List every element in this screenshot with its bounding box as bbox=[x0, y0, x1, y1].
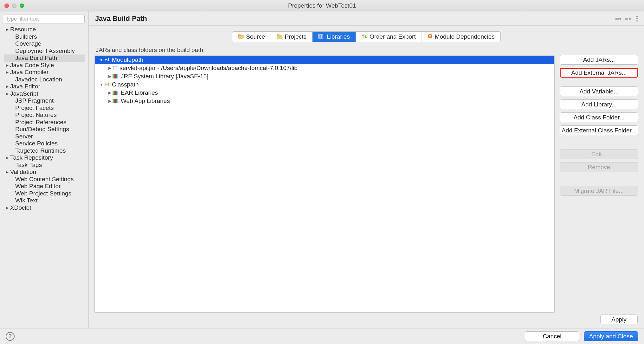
tab-libraries[interactable]: Libraries bbox=[312, 32, 356, 42]
svg-rect-19 bbox=[116, 99, 117, 103]
zoom-window-button[interactable] bbox=[20, 3, 24, 8]
apply-row: Apply bbox=[94, 313, 638, 324]
chevron-right-icon: ▶ bbox=[6, 70, 10, 74]
chevron-right-icon: ▶ bbox=[6, 63, 10, 67]
minimize-window-button[interactable] bbox=[12, 3, 16, 8]
tab-label: Libraries bbox=[327, 33, 350, 40]
sidebar-item-web-page-editor[interactable]: ▶Web Page Editor bbox=[4, 183, 85, 190]
sidebar-item-deployment-assembly[interactable]: ▶Deployment Assembly bbox=[4, 48, 85, 55]
tabbar: SourceProjectsLibrariesOrder and ExportM… bbox=[232, 31, 501, 42]
sidebar-item-xdoclet[interactable]: ▶XDoclet bbox=[4, 204, 85, 212]
add-external-jars-button[interactable]: Add External JARs... bbox=[560, 68, 638, 78]
filter-input[interactable] bbox=[4, 15, 85, 23]
tab-module[interactable]: MModule Dependencies bbox=[422, 32, 500, 42]
add-external-class-folder-button[interactable]: Add External Class Folder... bbox=[560, 125, 638, 135]
sidebar-item-label: Task Tags bbox=[15, 162, 42, 169]
button-column: Add JARs... Add External JARs... Add Var… bbox=[560, 46, 638, 313]
sidebar-item-label: JavaScript bbox=[10, 90, 38, 97]
workarea: JARs and class folders on the build path… bbox=[94, 46, 638, 313]
remove-button: Remove bbox=[560, 162, 638, 172]
sidebar-item-javascript[interactable]: ▶JavaScript bbox=[4, 90, 85, 98]
svg-rect-14 bbox=[113, 91, 114, 95]
sidebar-item-validation[interactable]: ▶Validation bbox=[4, 169, 85, 176]
svg-rect-18 bbox=[114, 99, 116, 103]
sidebar-item-web-content-settings[interactable]: ▶Web Content Settings bbox=[4, 176, 85, 183]
page-title: Java Build Path bbox=[95, 15, 615, 23]
add-variable-button[interactable]: Add Variable... bbox=[560, 86, 638, 96]
chevron-down-icon[interactable]: ▼ bbox=[99, 58, 104, 62]
edit-button: Edit... bbox=[560, 149, 638, 159]
sidebar-item-wikitext[interactable]: ▶WikiText bbox=[4, 197, 85, 204]
dialog-footer: ? Cancel Apply and Close bbox=[0, 328, 644, 344]
sidebar-item-project-natures[interactable]: ▶Project Natures bbox=[4, 111, 85, 119]
tab-label: Source bbox=[246, 33, 265, 40]
add-jars-button[interactable]: Add JARs... bbox=[560, 55, 638, 65]
view-menu-icon[interactable] bbox=[636, 16, 638, 22]
library-row[interactable]: ▶010servlet-api.jar - /Users/apple/Downl… bbox=[95, 64, 554, 72]
library-row[interactable]: ▼Classpath bbox=[95, 80, 554, 89]
sidebar-item-targeted-runtimes[interactable]: ▶Targeted Runtimes bbox=[4, 147, 85, 155]
chevron-right-icon: ▶ bbox=[6, 170, 10, 174]
sidebar-item-task-tags[interactable]: ▶Task Tags bbox=[4, 162, 85, 169]
sidebar-item-javadoc-location[interactable]: ▶Javadoc Location bbox=[4, 76, 85, 83]
chevron-right-icon: ▶ bbox=[6, 92, 10, 96]
tab-order[interactable]: Order and Export bbox=[356, 32, 422, 42]
sidebar-item-label: Deployment Assembly bbox=[15, 48, 75, 54]
sidebar-item-java-code-style[interactable]: ▶Java Code Style bbox=[4, 62, 85, 69]
sidebar-item-label: Task Repository bbox=[10, 154, 53, 161]
source-icon bbox=[238, 33, 244, 40]
svg-rect-16 bbox=[116, 91, 117, 95]
sidebar-item-jsp-fragment[interactable]: ▶JSP Fragment bbox=[4, 97, 85, 105]
apply-button[interactable]: Apply bbox=[600, 315, 638, 324]
tab-source[interactable]: Source bbox=[232, 32, 271, 42]
sidebar-item-resource[interactable]: ▶Resource bbox=[4, 26, 85, 33]
projects-icon bbox=[277, 33, 282, 40]
library-row[interactable]: ▼Modulepath bbox=[95, 56, 554, 64]
sidebar: ▶Resource▶Builders▶Coverage▶Deployment A… bbox=[0, 11, 89, 328]
sidebar-item-java-compiler[interactable]: ▶Java Compiler bbox=[4, 69, 85, 76]
sidebar-item-project-facets[interactable]: ▶Project Facets bbox=[4, 105, 85, 112]
back-button[interactable]: ⇦▾ bbox=[615, 16, 621, 22]
sidebar-item-label: Project Natures bbox=[15, 111, 57, 118]
sidebar-item-project-references[interactable]: ▶Project References bbox=[4, 119, 85, 126]
svg-rect-4 bbox=[319, 35, 320, 38]
lib-icon bbox=[113, 74, 119, 79]
sidebar-item-task-repository[interactable]: ▶Task Repository bbox=[4, 154, 85, 162]
tab-projects[interactable]: Projects bbox=[271, 32, 312, 42]
chevron-right-icon: ▶ bbox=[6, 84, 10, 89]
sidebar-item-label: Javadoc Location bbox=[15, 76, 62, 83]
library-row[interactable]: ▶EAR Libraries bbox=[95, 89, 554, 97]
chevron-right-icon[interactable]: ▶ bbox=[107, 66, 112, 70]
sidebar-item-coverage[interactable]: ▶Coverage bbox=[4, 40, 85, 48]
sidebar-item-label: Targeted Runtimes bbox=[15, 147, 66, 154]
forward-button[interactable]: ⇨▾ bbox=[625, 16, 631, 22]
svg-rect-11 bbox=[113, 74, 114, 78]
sidebar-item-java-build-path[interactable]: ▶Java Build Path bbox=[4, 54, 85, 62]
sidebar-item-run-debug-settings[interactable]: ▶Run/Debug Settings bbox=[4, 126, 85, 133]
chevron-right-icon[interactable]: ▶ bbox=[107, 99, 112, 103]
chevron-down-icon[interactable]: ▼ bbox=[99, 82, 104, 87]
chevron-right-icon: ▶ bbox=[6, 27, 10, 32]
sidebar-item-label: Service Policies bbox=[15, 140, 58, 147]
sidebar-item-label: XDoclet bbox=[10, 204, 31, 211]
cancel-button[interactable]: Cancel bbox=[525, 331, 579, 341]
library-row[interactable]: ▶Web App Libraries bbox=[95, 97, 554, 105]
library-tree[interactable]: ▼Modulepath▶010servlet-api.jar - /Users/… bbox=[94, 55, 555, 313]
close-window-button[interactable] bbox=[4, 3, 9, 8]
pkg-icon bbox=[104, 82, 110, 87]
page-body: SourceProjectsLibrariesOrder and ExportM… bbox=[89, 26, 644, 328]
content: ▶Resource▶Builders▶Coverage▶Deployment A… bbox=[0, 11, 644, 328]
sidebar-item-builders[interactable]: ▶Builders bbox=[4, 33, 85, 41]
apply-and-close-button[interactable]: Apply and Close bbox=[584, 331, 638, 341]
chevron-right-icon[interactable]: ▶ bbox=[107, 74, 112, 79]
chevron-right-icon[interactable]: ▶ bbox=[107, 91, 112, 95]
add-library-button[interactable]: Add Library... bbox=[560, 99, 638, 109]
sidebar-item-java-editor[interactable]: ▶Java Editor bbox=[4, 83, 85, 90]
tab-label: Order and Export bbox=[370, 33, 416, 40]
library-row[interactable]: ▶JRE System Library [JavaSE-15] bbox=[95, 72, 554, 80]
sidebar-item-web-project-settings[interactable]: ▶Web Project Settings bbox=[4, 190, 85, 197]
add-class-folder-button[interactable]: Add Class Folder... bbox=[560, 112, 638, 122]
sidebar-item-server[interactable]: ▶Server bbox=[4, 133, 85, 140]
help-icon[interactable]: ? bbox=[6, 332, 15, 341]
sidebar-item-service-policies[interactable]: ▶Service Policies bbox=[4, 140, 85, 147]
